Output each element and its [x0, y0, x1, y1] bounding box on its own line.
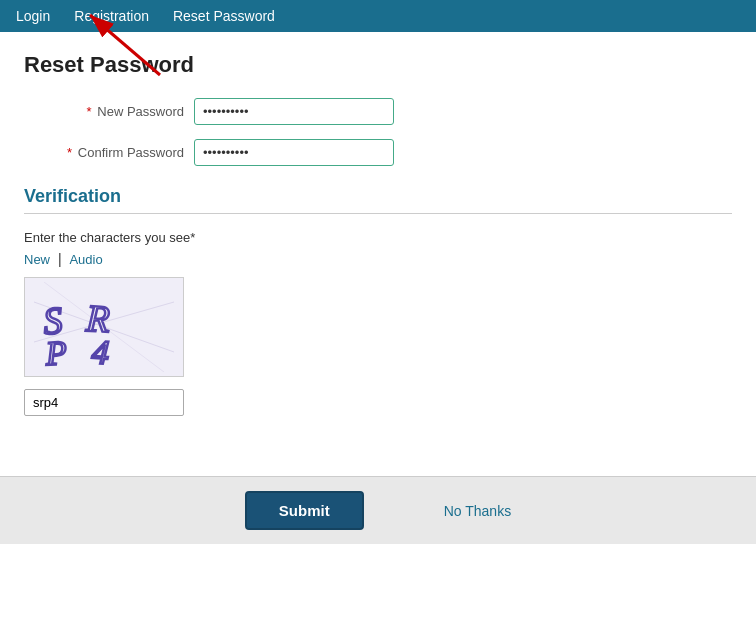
new-password-required: * [87, 104, 92, 119]
svg-text:4: 4 [91, 333, 111, 371]
captcha-input[interactable] [24, 389, 184, 416]
main-content: Reset Password * New Password * Confirm … [0, 32, 756, 436]
captcha-instruction: Enter the characters you see* [24, 230, 732, 245]
nav-registration[interactable]: Registration [74, 8, 149, 24]
captcha-separator: | [58, 251, 62, 267]
submit-button[interactable]: Submit [245, 491, 364, 530]
new-password-input[interactable] [194, 98, 394, 125]
captcha-new-link[interactable]: New [24, 252, 50, 267]
section-divider [24, 213, 732, 214]
confirm-password-row: * Confirm Password [24, 139, 732, 166]
confirm-password-input[interactable] [194, 139, 394, 166]
captcha-image: S R P 4 [24, 277, 184, 377]
new-password-row: * New Password [24, 98, 732, 125]
nav-reset-password[interactable]: Reset Password [173, 8, 275, 24]
navbar: Login Registration Reset Password [0, 0, 756, 32]
verification-title: Verification [24, 186, 732, 207]
verification-section: Verification Enter the characters you se… [24, 186, 732, 416]
page-title: Reset Password [24, 52, 732, 78]
no-thanks-link[interactable]: No Thanks [444, 503, 511, 519]
footer-bar: Submit No Thanks [0, 476, 756, 544]
new-password-label: * New Password [24, 104, 184, 119]
confirm-password-label: * Confirm Password [24, 145, 184, 160]
captcha-svg: S R P 4 [34, 282, 174, 372]
svg-text:P: P [44, 334, 68, 372]
confirm-password-required: * [67, 145, 72, 160]
captcha-links: New | Audio [24, 251, 732, 267]
captcha-audio-link[interactable]: Audio [69, 252, 102, 267]
nav-login[interactable]: Login [16, 8, 50, 24]
